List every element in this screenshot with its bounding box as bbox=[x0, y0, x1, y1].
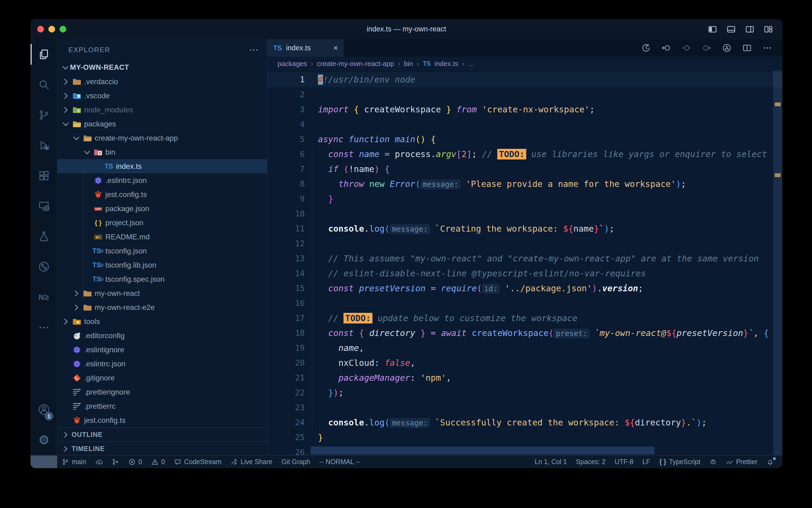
code-line-24[interactable]: 24 console.log(message: `Successfully cr… bbox=[268, 415, 782, 430]
status-item-copilot[interactable] bbox=[705, 456, 721, 468]
toggle-panel-icon[interactable] bbox=[726, 25, 736, 34]
tree-item-.eslintrc.json[interactable]: .eslintrc.json bbox=[57, 173, 267, 187]
status-item-cursor-position[interactable]: Ln 1, Col 1 bbox=[530, 456, 571, 468]
breadcrumb-item-bin[interactable]: bin bbox=[404, 60, 413, 68]
activity-item-source-control[interactable] bbox=[31, 100, 57, 130]
tree-item-.eslintrc.json[interactable]: .eslintrc.json bbox=[57, 357, 267, 371]
tree-item-packages[interactable]: packages bbox=[57, 117, 267, 131]
code-line-23[interactable]: 23 bbox=[268, 400, 782, 415]
tree-item-package.json[interactable]: npmpackage.json bbox=[57, 202, 267, 216]
status-item-remote-indicator[interactable] bbox=[31, 456, 57, 468]
status-item-live-share[interactable]: Live Share bbox=[226, 456, 277, 468]
breadcrumb-item-packages[interactable]: packages bbox=[278, 60, 307, 68]
code-line-22[interactable]: 22 }); bbox=[268, 385, 782, 400]
activity-item-git-graph[interactable] bbox=[31, 252, 57, 282]
status-item-git-graph[interactable]: Git Graph bbox=[277, 456, 315, 468]
status-item-prettier[interactable]: Prettier bbox=[721, 456, 762, 468]
code-line-6[interactable]: 6 const name = process.argv[2]; // TODO:… bbox=[268, 147, 782, 162]
split-editor-icon[interactable] bbox=[742, 43, 752, 53]
nav-forward-icon[interactable] bbox=[702, 43, 711, 53]
tree-item-index.ts[interactable]: TSindex.ts bbox=[57, 159, 267, 173]
tree-item-tsconfig.spec.json[interactable]: TS⚙tsconfig.spec.json bbox=[57, 272, 267, 286]
activity-item-more[interactable] bbox=[31, 312, 57, 343]
tree-item-.eslintignore[interactable]: .eslintignore bbox=[57, 343, 267, 357]
tree-item-.gitignore[interactable]: .gitignore bbox=[57, 371, 267, 385]
code-line-4[interactable]: 4 bbox=[268, 117, 782, 132]
code-editor[interactable]: 1#!/usr/bin/env node23import { createWor… bbox=[268, 71, 782, 455]
tree-item-.editorconfig[interactable]: .editorconfig bbox=[57, 329, 267, 343]
activity-item-nx-console[interactable]: N≥ bbox=[31, 282, 57, 312]
status-item-language-mode[interactable]: { }TypeScript bbox=[655, 456, 705, 468]
overview-ruler[interactable] bbox=[773, 71, 782, 455]
code-line-21[interactable]: 21 packageManager: 'npm', bbox=[268, 370, 782, 385]
nav-back-icon[interactable] bbox=[682, 43, 691, 53]
tree-item-create-my-own-react-app[interactable]: create-my-own-react-app bbox=[57, 131, 267, 145]
code-line-3[interactable]: 3import { createWorkspace } from 'create… bbox=[268, 102, 782, 117]
tab-index-ts[interactable]: TS index.ts × bbox=[268, 39, 344, 57]
tree-item-bin[interactable]: bin bbox=[57, 145, 267, 159]
code-line-1[interactable]: 1#!/usr/bin/env node bbox=[268, 72, 782, 87]
close-tab-icon[interactable]: × bbox=[333, 43, 338, 52]
code-line-16[interactable]: 16 bbox=[268, 296, 782, 311]
code-line-13[interactable]: 13 // This assumes "my-own-react" and "c… bbox=[268, 251, 782, 266]
activity-item-accounts[interactable]: 1 bbox=[31, 394, 57, 425]
tree-item-README.md[interactable]: M↓README.md bbox=[57, 230, 267, 244]
status-item-publish[interactable] bbox=[91, 456, 107, 468]
activity-item-search[interactable] bbox=[31, 70, 57, 100]
timeline-history-icon[interactable] bbox=[641, 43, 651, 53]
status-item-encoding[interactable]: UTF-8 bbox=[610, 456, 638, 468]
tree-root-my-own-react[interactable]: MY-OWN-REACT bbox=[57, 60, 267, 75]
tree-item-my-own-react[interactable]: my-own-react bbox=[57, 286, 267, 300]
scrollbar-vertical-thumb[interactable] bbox=[773, 71, 782, 455]
breadcrumb-item-index.ts[interactable]: index.ts bbox=[434, 60, 459, 68]
activity-item-explorer[interactable] bbox=[31, 39, 57, 70]
code-line-20[interactable]: 20 nxCloud: false, bbox=[268, 355, 782, 370]
code-line-7[interactable]: 7 if (!name) { bbox=[268, 162, 782, 176]
scrollbar-horizontal-thumb[interactable] bbox=[311, 447, 655, 455]
timeline-section[interactable]: TIMELINE bbox=[57, 441, 267, 455]
toggle-primary-sidebar-icon[interactable] bbox=[708, 25, 717, 34]
tree-item-.prettierrc[interactable]: .prettierrc bbox=[57, 399, 267, 413]
toggle-secondary-sidebar-icon[interactable] bbox=[745, 25, 755, 34]
code-line-12[interactable]: 12 bbox=[268, 236, 782, 251]
breadcrumb-item-create-my-own-react-app[interactable]: create-my-own-react-app bbox=[317, 60, 394, 68]
status-item-warnings[interactable]: 0 bbox=[147, 456, 170, 468]
tree-item-my-own-react-e2e[interactable]: my-own-react-e2e bbox=[57, 300, 267, 314]
status-item-vim-mode[interactable]: -- NORMAL -- bbox=[315, 456, 365, 468]
git-graph-view-icon[interactable] bbox=[722, 43, 732, 53]
activity-item-settings[interactable] bbox=[31, 425, 57, 455]
activity-item-remote-explorer[interactable] bbox=[31, 191, 57, 221]
code-line-5[interactable]: 5async function main() { bbox=[268, 132, 782, 147]
zoom-window-button[interactable] bbox=[60, 26, 66, 33]
activity-item-testing[interactable] bbox=[31, 221, 57, 252]
status-item-codestream[interactable]: CodeStream bbox=[170, 456, 226, 468]
open-previous-change-icon[interactable] bbox=[661, 43, 671, 53]
code-line-15[interactable]: 15 const presetVersion = require(id: '..… bbox=[268, 281, 782, 296]
more-actions-icon[interactable] bbox=[763, 43, 772, 53]
close-window-button[interactable] bbox=[37, 26, 44, 33]
code-line-9[interactable]: 9 } bbox=[268, 192, 782, 206]
status-item-pipeline[interactable] bbox=[107, 456, 124, 468]
sidebar-more-icon[interactable]: ⋯ bbox=[249, 44, 259, 55]
tree-item-tsconfig.lib.json[interactable]: TS⚙tsconfig.lib.json bbox=[57, 258, 267, 272]
tree-item-jest.config.ts[interactable]: jest.config.ts bbox=[57, 413, 267, 427]
code-line-19[interactable]: 19 name, bbox=[268, 341, 782, 355]
outline-section[interactable]: OUTLINE bbox=[57, 427, 267, 441]
activity-item-extensions[interactable] bbox=[31, 161, 57, 191]
code-line-11[interactable]: 11 console.log(message: `Creating the wo… bbox=[268, 221, 782, 236]
code-line-8[interactable]: 8 throw new Error(message: 'Please provi… bbox=[268, 176, 782, 192]
code-line-25[interactable]: 25} bbox=[268, 430, 782, 445]
status-item-git-branch[interactable]: main bbox=[57, 456, 91, 468]
tree-item-jest.config.ts[interactable]: jest.config.ts bbox=[57, 187, 267, 202]
status-item-notifications[interactable] bbox=[762, 456, 778, 468]
tree-item-.verdaccio[interactable]: .verdaccio bbox=[57, 75, 267, 89]
code-line-18[interactable]: 18 const { directory } = await createWor… bbox=[268, 326, 782, 341]
tree-item-project.json[interactable]: { }project.json bbox=[57, 216, 267, 230]
status-item-errors[interactable]: 0 bbox=[124, 456, 147, 468]
activity-item-run-and-debug[interactable] bbox=[31, 130, 57, 161]
status-item-indentation[interactable]: Spaces: 2 bbox=[571, 456, 610, 468]
code-line-17[interactable]: 17 // TODO: update below to customize th… bbox=[268, 311, 782, 326]
tree-item-.vscode[interactable]: .vscode bbox=[57, 89, 267, 103]
status-item-eol[interactable]: LF bbox=[638, 456, 655, 468]
code-line-14[interactable]: 14 // eslint-disable-next-line @typescri… bbox=[268, 266, 782, 281]
